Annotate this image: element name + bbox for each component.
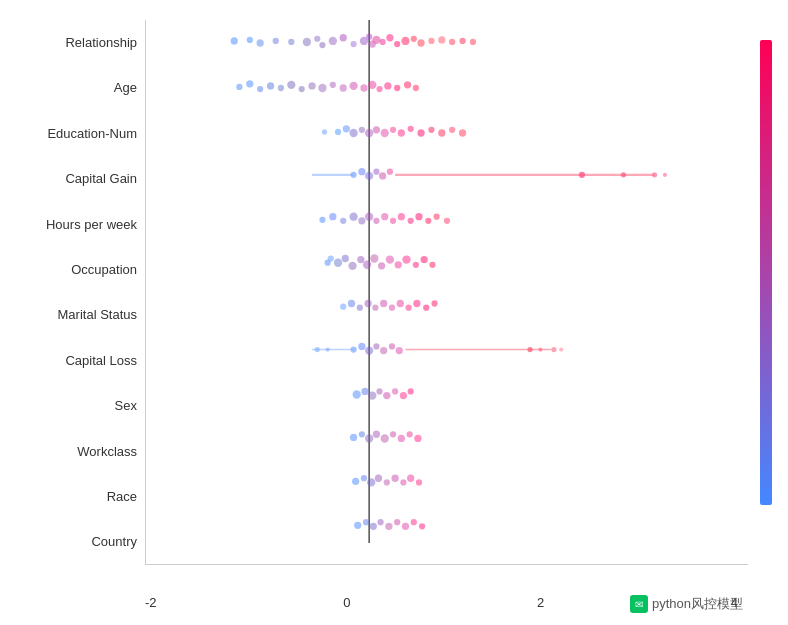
svg-point-59 [438,129,445,136]
svg-point-146 [398,435,405,442]
svg-point-95 [370,254,378,262]
y-axis-labels: RelationshipAgeEducation-NumCapital Gain… [10,20,145,565]
svg-point-50 [359,127,365,133]
plot-inner [146,20,748,564]
svg-point-79 [358,217,365,224]
svg-point-7 [350,41,356,47]
svg-point-107 [357,305,363,311]
svg-point-17 [417,39,424,46]
svg-point-90 [334,259,342,267]
x-axis-label-0: -2 [145,595,157,610]
svg-point-37 [330,82,336,88]
svg-point-13 [386,34,393,41]
svg-point-52 [373,126,380,133]
svg-point-111 [389,305,395,311]
svg-point-15 [401,37,409,45]
svg-point-70 [579,172,585,178]
svg-point-83 [390,218,396,224]
svg-point-46 [413,85,419,91]
y-label-7: Capital Loss [10,353,137,369]
y-label-11: Country [10,534,137,550]
svg-point-24 [247,37,253,43]
y-label-1: Age [10,80,137,96]
svg-point-116 [431,300,437,306]
plot-area [145,20,748,565]
svg-point-137 [392,388,398,394]
svg-point-109 [372,305,378,311]
watermark: ✉ python风控模型 [630,595,743,613]
svg-point-42 [376,86,382,92]
svg-point-30 [257,86,263,92]
y-label-10: Race [10,489,137,505]
svg-point-112 [397,300,404,307]
svg-point-93 [357,256,364,263]
x-axis-label-2: 2 [537,595,544,610]
svg-point-76 [329,213,336,220]
y-label-6: Marital Status [10,307,137,323]
svg-point-86 [415,213,422,220]
y-label-0: Relationship [10,35,137,51]
svg-point-149 [352,478,359,485]
svg-point-114 [413,300,420,307]
svg-point-119 [365,346,373,354]
svg-point-106 [348,300,355,307]
svg-point-105 [340,304,346,310]
svg-point-131 [326,347,330,351]
svg-point-153 [384,479,390,485]
svg-point-136 [383,392,390,399]
svg-point-22 [470,39,476,45]
svg-point-36 [318,84,326,92]
svg-point-72 [652,172,657,177]
svg-point-94 [363,261,371,269]
svg-point-128 [559,347,563,351]
svg-point-122 [389,343,395,349]
svg-point-44 [394,85,400,91]
svg-point-49 [349,129,357,137]
svg-point-55 [398,129,405,136]
svg-point-57 [417,129,424,136]
svg-point-39 [349,82,357,90]
svg-point-62 [322,129,327,134]
svg-point-81 [373,218,379,224]
svg-point-101 [421,256,428,263]
svg-point-133 [361,388,368,395]
svg-point-61 [459,129,466,136]
svg-point-71 [621,172,626,177]
svg-point-53 [381,129,389,137]
svg-point-18 [428,38,434,44]
svg-point-85 [408,218,414,224]
svg-point-97 [386,255,394,263]
svg-point-29 [246,80,253,87]
svg-point-3 [314,36,320,42]
svg-point-161 [377,519,383,525]
svg-point-160 [370,523,377,530]
svg-point-121 [380,347,387,354]
svg-point-158 [354,522,361,529]
svg-point-11 [372,36,380,44]
svg-point-4 [319,42,325,48]
svg-point-156 [407,475,414,482]
svg-point-35 [308,82,315,89]
svg-point-41 [368,81,376,89]
svg-point-147 [407,431,413,437]
svg-point-64 [358,168,365,175]
svg-point-25 [257,39,264,46]
svg-point-54 [390,127,396,133]
svg-point-6 [340,34,347,41]
svg-point-155 [400,479,406,485]
svg-point-159 [363,519,369,525]
svg-point-65 [365,172,373,180]
svg-point-48 [343,125,350,132]
svg-point-87 [425,218,431,224]
svg-point-73 [663,173,667,177]
svg-point-115 [423,305,429,311]
svg-point-28 [236,84,242,90]
svg-point-125 [527,347,532,352]
svg-point-89 [444,218,450,224]
svg-point-98 [395,261,402,268]
svg-point-80 [365,212,373,220]
svg-point-27 [288,39,294,45]
svg-point-110 [380,300,387,307]
svg-point-130 [315,347,320,352]
svg-point-163 [394,519,400,525]
